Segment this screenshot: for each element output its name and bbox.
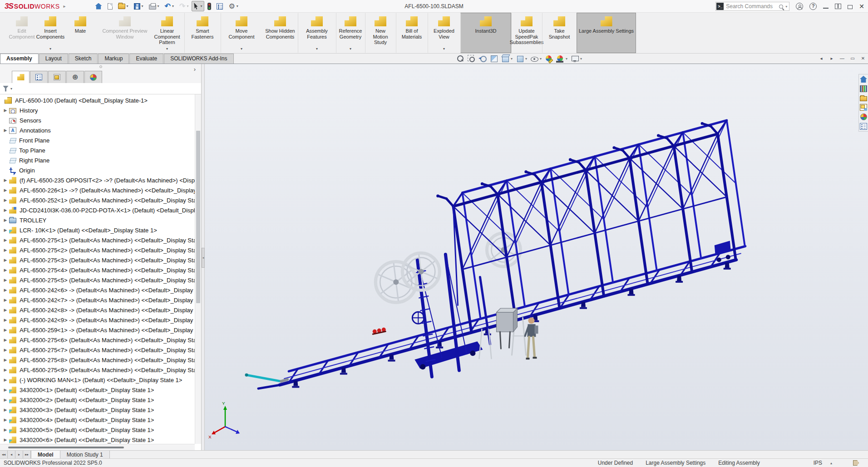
ribbon-button[interactable]: Smart Fasteners ▾ bbox=[184, 13, 221, 53]
units-caret-icon[interactable]: ▴ bbox=[830, 461, 832, 465]
minimize-icon[interactable] bbox=[823, 8, 829, 9]
panel-tab[interactable] bbox=[12, 71, 30, 83]
expand-arrow-icon[interactable]: ▶ bbox=[2, 178, 9, 182]
tree-item[interactable]: ▶ AFL-6500-242<8> -> (Default<As Machine… bbox=[0, 305, 201, 315]
ribbon-button[interactable]: Reference Geometry ▾ bbox=[336, 13, 365, 53]
tree-item[interactable]: ▶ 3430200<1> (Default) <<Default>_Displa… bbox=[0, 385, 201, 395]
expand-arrow-icon[interactable]: ▶ bbox=[2, 198, 9, 202]
tree-item[interactable]: ▶ 3430200<2> (Default) <<Default>_Displa… bbox=[0, 395, 201, 405]
quick-access-button[interactable]: ▾ bbox=[177, 0, 191, 12]
search-icon[interactable] bbox=[779, 5, 783, 9]
headsup-button[interactable]: ▾ bbox=[478, 54, 487, 63]
ribbon-button[interactable]: Update SpeedPak Subassemblies ▾ bbox=[511, 13, 542, 53]
restore-icon[interactable] bbox=[848, 5, 853, 9]
quick-access-button[interactable]: ▾ bbox=[163, 0, 176, 12]
command-tab[interactable]: Sketch bbox=[69, 54, 98, 64]
task-pane-icon[interactable] bbox=[860, 96, 867, 101]
doc-close-icon[interactable]: ✕ bbox=[860, 55, 866, 61]
tree-item[interactable]: ▶ 3430200<3> (Default) <<Default>_Displa… bbox=[0, 405, 201, 415]
tree-item[interactable]: ▶ AFL-6500-275<5> (Default<As Machined>)… bbox=[0, 275, 201, 285]
quick-access-button[interactable]: ▾ bbox=[93, 1, 104, 11]
tree-item[interactable]: ▶ AFL-6500-242<6> -> (Default<As Machine… bbox=[0, 285, 201, 295]
expand-arrow-icon[interactable]: ▶ bbox=[2, 258, 9, 262]
status-units[interactable]: IPS bbox=[814, 460, 822, 466]
ribbon-button[interactable]: Take Snapshot ▾ bbox=[542, 13, 577, 53]
next-tab-icon[interactable]: ▸ bbox=[15, 451, 23, 458]
task-pane-icon[interactable] bbox=[860, 113, 867, 120]
tree-item[interactable]: ▶ Sensors bbox=[0, 115, 201, 125]
expand-arrow-icon[interactable]: ▶ bbox=[2, 388, 9, 392]
expand-arrow-icon[interactable]: ▶ bbox=[2, 278, 9, 282]
quick-access-button[interactable]: ▾ bbox=[147, 1, 162, 11]
tree-item[interactable]: ▶ AFL-6500-252<1> (Default<As Machined>)… bbox=[0, 195, 201, 205]
expand-arrow-icon[interactable]: ▶ bbox=[2, 308, 9, 312]
assembly-model-graphic[interactable]: YX bbox=[205, 64, 868, 450]
tree-horizontal-scrollbar[interactable] bbox=[0, 444, 195, 450]
tree-item[interactable]: ▶ AFL-6500-242<7> -> (Default<As Machine… bbox=[0, 295, 201, 305]
ribbon-button[interactable]: Insert Components ▾ bbox=[40, 13, 61, 53]
first-tab-icon[interactable]: ◂◂ bbox=[0, 451, 8, 458]
expand-arrow-icon[interactable]: ▶ bbox=[2, 288, 9, 292]
headsup-button[interactable]: ▾ bbox=[516, 54, 527, 63]
expand-arrow-icon[interactable]: ▶ bbox=[2, 408, 9, 412]
tree-item[interactable]: ▶ Front Plane bbox=[0, 135, 201, 145]
command-tab[interactable]: Evaluate bbox=[129, 54, 163, 64]
tree-item[interactable]: ▶ (-) WORKING MAN<1> (Default) <<Default… bbox=[0, 375, 201, 385]
tree-item[interactable]: ▶ History bbox=[0, 105, 201, 115]
headsup-button[interactable]: ▾ bbox=[501, 54, 513, 63]
quick-access-button[interactable]: ▾ bbox=[132, 1, 146, 11]
panel-tab[interactable] bbox=[48, 71, 66, 83]
tree-item[interactable]: ▶ AFL-6500-259<1> -> (Default<As Machine… bbox=[0, 325, 201, 335]
tree-item[interactable]: ▶ Annotations bbox=[0, 125, 201, 135]
filter-funnel-icon[interactable] bbox=[3, 86, 9, 92]
tree-item[interactable]: ▶ AFL-6500-275<7> (Default<As Machined>)… bbox=[0, 345, 201, 355]
quick-access-button[interactable]: ▾ bbox=[214, 1, 225, 11]
panel-grip[interactable] bbox=[0, 64, 201, 69]
command-tab[interactable]: Layout bbox=[39, 54, 68, 64]
tree-item[interactable]: ▶ Top Plane bbox=[0, 145, 201, 155]
tree-item[interactable]: ▶ AFL-6500-275<8> (Default<As Machined>)… bbox=[0, 355, 201, 365]
expand-arrow-icon[interactable]: ▶ bbox=[2, 438, 9, 442]
tree-item[interactable]: ▶ TROLLEY bbox=[0, 215, 201, 225]
tree-item[interactable]: ▶ 3430200<4> (Default) <<Default>_Displa… bbox=[0, 415, 201, 425]
expand-arrow-icon[interactable]: ▶ bbox=[2, 368, 9, 372]
expand-arrow-icon[interactable]: ▶ bbox=[2, 108, 9, 113]
doc-minimize-icon[interactable]: — bbox=[839, 55, 845, 61]
last-tab-icon[interactable]: ▸▸ bbox=[23, 451, 31, 458]
tree-item[interactable]: ▶ AFL-6500-275<3> (Default<As Machined>)… bbox=[0, 255, 201, 265]
ribbon-button[interactable]: Large Assembly Settings ▾ bbox=[577, 13, 636, 53]
panes-icon[interactable] bbox=[835, 4, 841, 9]
tree-item[interactable]: ▶ LCR- 10K<1> (Default) <<Default>_Displ… bbox=[0, 225, 201, 235]
search-commands-box[interactable]: >_ Search Commands ▾ bbox=[715, 2, 789, 11]
task-pane-icon[interactable] bbox=[860, 104, 867, 111]
headsup-button[interactable]: ▾ bbox=[467, 54, 475, 63]
ribbon-button[interactable]: Exploded View ▾ bbox=[428, 13, 460, 53]
ribbon-button[interactable]: Component Preview Window ▾ bbox=[100, 13, 150, 53]
headsup-button[interactable]: ▾ bbox=[490, 54, 498, 63]
filter-dropdown-icon[interactable]: ▾ bbox=[10, 87, 12, 91]
splitter-handle[interactable]: ◂ bbox=[202, 248, 205, 268]
tree-item[interactable]: ▶ 3430200<6> (Default) <<Default>_Displa… bbox=[0, 435, 201, 445]
help-icon[interactable]: ? bbox=[809, 3, 817, 10]
expand-arrow-icon[interactable]: ▶ bbox=[2, 228, 9, 232]
panel-flyout-arrow-icon[interactable]: › bbox=[194, 66, 196, 73]
ribbon-button[interactable]: Bill of Materials ▾ bbox=[396, 13, 428, 53]
expand-arrow-icon[interactable]: ▶ bbox=[2, 238, 9, 242]
tree-item[interactable]: ▶ AFL-6500-275<4> (Default<As Machined>)… bbox=[0, 265, 201, 275]
expand-arrow-icon[interactable]: ▶ bbox=[2, 298, 9, 302]
ribbon-button[interactable]: Edit Component ▾ bbox=[4, 13, 40, 53]
task-pane-icon[interactable] bbox=[860, 85, 867, 92]
ribbon-button[interactable]: New Motion Study ▾ bbox=[365, 13, 396, 53]
tree-item[interactable]: ▶ Origin bbox=[0, 165, 201, 175]
ribbon-button[interactable]: Show Hidden Components ▾ bbox=[262, 13, 298, 53]
close-icon[interactable] bbox=[859, 3, 864, 10]
expand-arrow-icon[interactable]: ▶ bbox=[2, 268, 9, 272]
expand-arrow-icon[interactable]: ▶ bbox=[2, 358, 9, 362]
expand-arrow-icon[interactable]: ▶ bbox=[2, 248, 9, 252]
tree-item[interactable]: ▶ JD-CD2410I3K-036.00-P2CD-POTA-X<1> (De… bbox=[0, 205, 201, 215]
quick-access-button[interactable]: ▾ bbox=[205, 1, 213, 12]
scrollbar-thumb[interactable] bbox=[8, 447, 124, 448]
tree-root-item[interactable]: AFL-6500-100 (Default) <Default_Display … bbox=[0, 95, 201, 105]
expand-arrow-icon[interactable]: ▶ bbox=[2, 128, 9, 133]
quick-access-button[interactable]: ▾ bbox=[105, 1, 115, 11]
